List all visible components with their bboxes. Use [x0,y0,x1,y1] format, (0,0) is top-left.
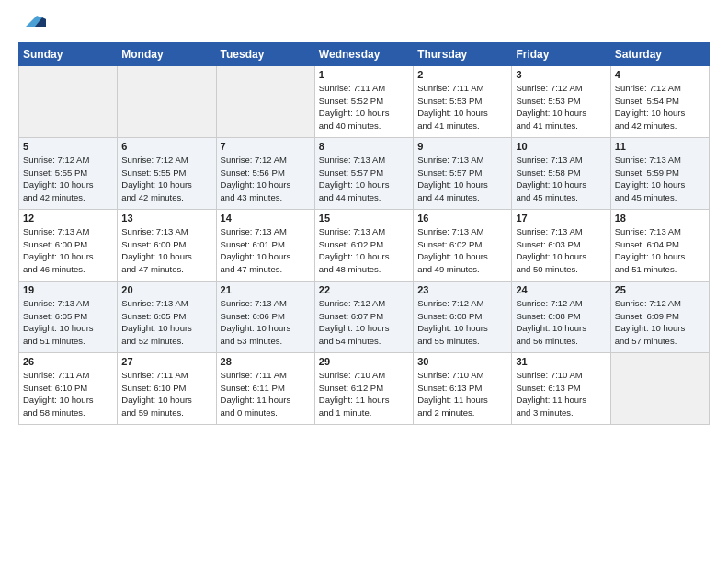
day-number: 2 [417,69,507,80]
day-info: Sunrise: 7:13 AM Sunset: 5:57 PM Dayligh… [417,154,507,204]
day-cell: 13Sunrise: 7:13 AM Sunset: 6:00 PM Dayli… [118,209,216,281]
day-number: 13 [121,213,211,224]
day-number: 26 [23,356,113,367]
day-info: Sunrise: 7:11 AM Sunset: 5:53 PM Dayligh… [417,82,507,132]
day-info: Sunrise: 7:12 AM Sunset: 5:53 PM Dayligh… [516,82,606,132]
day-number: 22 [319,284,409,295]
day-cell: 29Sunrise: 7:10 AM Sunset: 6:12 PM Dayli… [314,352,413,424]
day-number: 17 [516,213,606,224]
header [18,15,710,33]
col-header-monday: Monday [118,42,216,65]
day-info: Sunrise: 7:12 AM Sunset: 5:54 PM Dayligh… [615,82,705,132]
day-number: 3 [516,69,606,80]
day-cell [610,352,709,424]
day-cell: 16Sunrise: 7:13 AM Sunset: 6:02 PM Dayli… [414,209,512,281]
day-cell: 18Sunrise: 7:13 AM Sunset: 6:04 PM Dayli… [610,209,709,281]
day-number: 7 [221,141,311,152]
day-info: Sunrise: 7:13 AM Sunset: 6:00 PM Dayligh… [121,225,211,276]
day-cell: 20Sunrise: 7:13 AM Sunset: 6:05 PM Dayli… [118,281,216,352]
day-number: 6 [121,141,211,152]
day-number: 10 [516,141,606,152]
week-row-5: 26Sunrise: 7:11 AM Sunset: 6:10 PM Dayli… [19,352,710,424]
day-number: 8 [319,141,409,152]
day-info: Sunrise: 7:11 AM Sunset: 6:10 PM Dayligh… [23,369,113,419]
day-cell: 8Sunrise: 7:13 AM Sunset: 5:57 PM Daylig… [314,137,413,209]
day-info: Sunrise: 7:12 AM Sunset: 5:55 PM Dayligh… [23,154,113,204]
day-cell: 7Sunrise: 7:12 AM Sunset: 5:56 PM Daylig… [216,137,314,209]
col-header-wednesday: Wednesday [314,42,413,65]
day-number: 11 [615,141,705,152]
day-number: 25 [615,284,705,295]
day-number: 24 [516,284,606,295]
day-cell: 12Sunrise: 7:13 AM Sunset: 6:00 PM Dayli… [19,209,118,281]
day-cell: 27Sunrise: 7:11 AM Sunset: 6:10 PM Dayli… [118,352,216,424]
logo [18,15,46,33]
day-cell: 17Sunrise: 7:13 AM Sunset: 6:03 PM Dayli… [512,209,610,281]
day-info: Sunrise: 7:13 AM Sunset: 5:58 PM Dayligh… [516,154,606,204]
day-info: Sunrise: 7:12 AM Sunset: 6:08 PM Dayligh… [417,297,507,348]
day-info: Sunrise: 7:11 AM Sunset: 6:11 PM Dayligh… [221,369,311,419]
week-row-3: 12Sunrise: 7:13 AM Sunset: 6:00 PM Dayli… [19,209,710,281]
day-info: Sunrise: 7:13 AM Sunset: 6:01 PM Dayligh… [221,225,311,276]
day-info: Sunrise: 7:10 AM Sunset: 6:13 PM Dayligh… [516,369,606,419]
day-info: Sunrise: 7:13 AM Sunset: 6:00 PM Dayligh… [23,225,113,276]
day-number: 21 [221,284,311,295]
day-cell: 24Sunrise: 7:12 AM Sunset: 6:08 PM Dayli… [512,281,610,352]
day-cell: 30Sunrise: 7:10 AM Sunset: 6:13 PM Dayli… [414,352,512,424]
day-cell: 9Sunrise: 7:13 AM Sunset: 5:57 PM Daylig… [414,137,512,209]
calendar-table: SundayMondayTuesdayWednesdayThursdayFrid… [18,42,710,425]
day-number: 28 [221,356,311,367]
day-cell: 19Sunrise: 7:13 AM Sunset: 6:05 PM Dayli… [19,281,118,352]
day-cell [118,65,216,137]
day-number: 19 [23,284,113,295]
day-number: 16 [417,213,507,224]
day-info: Sunrise: 7:13 AM Sunset: 6:04 PM Dayligh… [615,225,705,276]
col-header-thursday: Thursday [414,42,512,65]
day-number: 1 [319,69,409,80]
day-info: Sunrise: 7:13 AM Sunset: 5:59 PM Dayligh… [615,154,705,204]
day-info: Sunrise: 7:10 AM Sunset: 6:12 PM Dayligh… [319,369,409,419]
day-number: 27 [121,356,211,367]
day-cell: 28Sunrise: 7:11 AM Sunset: 6:11 PM Dayli… [216,352,314,424]
day-number: 12 [23,213,113,224]
day-info: Sunrise: 7:11 AM Sunset: 5:52 PM Dayligh… [319,82,409,132]
day-info: Sunrise: 7:10 AM Sunset: 6:13 PM Dayligh… [417,369,507,419]
day-number: 29 [319,356,409,367]
day-info: Sunrise: 7:12 AM Sunset: 6:09 PM Dayligh… [615,297,705,348]
day-number: 9 [417,141,507,152]
day-number: 18 [615,213,705,224]
day-cell: 5Sunrise: 7:12 AM Sunset: 5:55 PM Daylig… [19,137,118,209]
day-cell: 21Sunrise: 7:13 AM Sunset: 6:06 PM Dayli… [216,281,314,352]
day-info: Sunrise: 7:12 AM Sunset: 5:56 PM Dayligh… [221,154,311,204]
day-cell: 25Sunrise: 7:12 AM Sunset: 6:09 PM Dayli… [610,281,709,352]
day-cell: 1Sunrise: 7:11 AM Sunset: 5:52 PM Daylig… [314,65,413,137]
day-info: Sunrise: 7:13 AM Sunset: 5:57 PM Dayligh… [319,154,409,204]
page-container: SundayMondayTuesdayWednesdayThursdayFrid… [0,0,728,434]
day-info: Sunrise: 7:13 AM Sunset: 6:05 PM Dayligh… [23,297,113,348]
day-number: 5 [23,141,113,152]
day-cell [216,65,314,137]
day-number: 15 [319,213,409,224]
day-cell: 3Sunrise: 7:12 AM Sunset: 5:53 PM Daylig… [512,65,610,137]
day-cell: 22Sunrise: 7:12 AM Sunset: 6:07 PM Dayli… [314,281,413,352]
day-number: 23 [417,284,507,295]
day-info: Sunrise: 7:13 AM Sunset: 6:05 PM Dayligh… [121,297,211,348]
header-row: SundayMondayTuesdayWednesdayThursdayFrid… [19,42,710,65]
col-header-friday: Friday [512,42,610,65]
day-info: Sunrise: 7:12 AM Sunset: 5:55 PM Dayligh… [121,154,211,204]
day-cell: 14Sunrise: 7:13 AM Sunset: 6:01 PM Dayli… [216,209,314,281]
col-header-saturday: Saturday [610,42,709,65]
day-number: 20 [121,284,211,295]
day-cell: 26Sunrise: 7:11 AM Sunset: 6:10 PM Dayli… [19,352,118,424]
day-cell: 31Sunrise: 7:10 AM Sunset: 6:13 PM Dayli… [512,352,610,424]
week-row-1: 1Sunrise: 7:11 AM Sunset: 5:52 PM Daylig… [19,65,710,137]
day-cell: 10Sunrise: 7:13 AM Sunset: 5:58 PM Dayli… [512,137,610,209]
week-row-4: 19Sunrise: 7:13 AM Sunset: 6:05 PM Dayli… [19,281,710,352]
day-info: Sunrise: 7:13 AM Sunset: 6:02 PM Dayligh… [319,225,409,276]
day-info: Sunrise: 7:12 AM Sunset: 6:08 PM Dayligh… [516,297,606,348]
day-info: Sunrise: 7:13 AM Sunset: 6:06 PM Dayligh… [221,297,311,348]
col-header-sunday: Sunday [19,42,118,65]
day-cell: 4Sunrise: 7:12 AM Sunset: 5:54 PM Daylig… [610,65,709,137]
day-cell: 15Sunrise: 7:13 AM Sunset: 6:02 PM Dayli… [314,209,413,281]
day-info: Sunrise: 7:11 AM Sunset: 6:10 PM Dayligh… [121,369,211,419]
